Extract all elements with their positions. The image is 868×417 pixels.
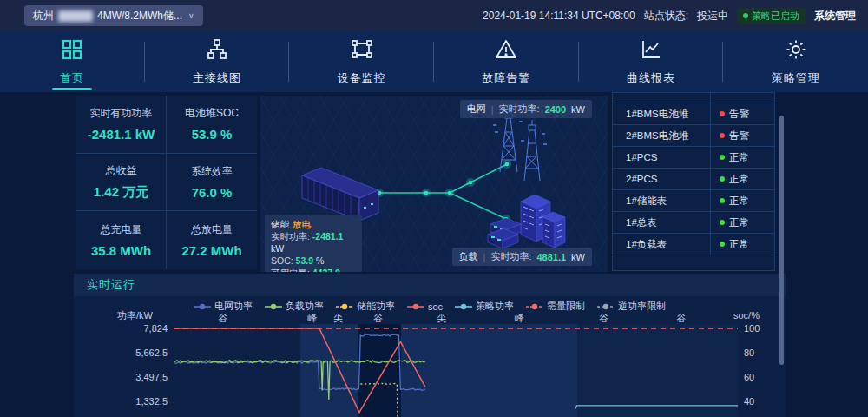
chevron-down-icon: ∨ [188,11,194,20]
legend-label: 负载功率 [286,300,324,313]
kpi-label: 实时有功功率 [90,106,153,121]
legend-marker-icon [194,302,211,311]
line-chart-icon [640,38,662,64]
kpi-value: 35.8 MWh [91,243,151,258]
load-buildings-graphic [488,195,565,248]
status-text: 告警 [729,108,749,121]
legend-item[interactable]: 负载功率 [265,300,324,313]
left-axis-tick: 7,824 [143,323,168,334]
device-status: 告警 [711,125,774,146]
tou-period-label: 谷 [218,313,227,323]
grid-icon [61,38,83,64]
nav-item-wiring-diagram[interactable]: 主接线图 [145,31,290,92]
device-status: 告警 [711,103,774,124]
legend-marker-icon [526,302,543,311]
kpi-label: 总收益 [106,163,137,178]
nav-item-home[interactable]: 首页 [0,31,145,92]
status-text: 正常 [729,216,749,229]
kpi-value: 76.0 % [192,185,233,200]
legend-marker-icon [597,302,615,311]
device-name: 2#PCS [613,169,711,189]
storage-info-box: 储能放电 实时功率: -2481.1 kW SOC: 53.9 % 可用电量: … [265,215,362,272]
legend-label: 逆功率限制 [618,300,666,313]
status-dot-icon [720,198,725,203]
right-axis-tick: 100 [744,323,760,334]
device-row[interactable]: 1#储能表正常 [613,190,774,212]
tou-period-label: 尖 [333,313,343,323]
legend-marker-icon [265,302,282,311]
nav-item-fault-alarm[interactable]: 故障告警 [434,31,579,92]
station-city: 杭州 [33,9,54,23]
storage-container-graphic [302,168,378,221]
kpi-cell: 总放电量27.2 MWh [167,211,257,269]
device-row[interactable]: 1#PCS正常 [613,147,774,169]
status-dot-icon [720,176,725,182]
load-power-badge: 负载| 实时功率: 4881.1 kW [452,248,592,266]
device-row[interactable]: 1#总表正常 [613,212,774,234]
tou-period-label: 谷 [599,313,608,323]
legend-item[interactable]: 储能功率 [336,300,395,313]
content-area: 实时有功功率-2481.1 kW电池堆SOC53.9 %总收益1.42 万元系统… [0,92,868,417]
status-text: 正常 [729,238,749,251]
status-dot-icon [720,133,725,138]
nav-item-label: 策略管理 [772,70,820,86]
kpi-cell: 总收益1.42 万元 [76,154,167,212]
tou-period-label: 谷 [373,313,383,323]
device-row[interactable]: 1#负载表正常 [613,234,774,255]
right-axis-tick: 80 [744,348,754,358]
flow-node-dots [375,160,511,223]
main-nav: 首页主接线图设备监控故障告警曲线报表策略管理 [0,31,868,92]
status-text: 正常 [729,195,749,208]
kpi-value: 1.42 万元 [94,184,148,201]
legend-label: 电网功率 [214,300,253,313]
redacted-station-name [58,10,93,22]
kpi-label: 电池堆SOC [185,106,239,121]
left-axis-tick: 5,662.5 [135,348,168,358]
legend-item[interactable]: 逆功率限制 [597,300,666,313]
device-row[interactable]: 2#BMS电池堆告警 [613,125,774,147]
kpi-cell: 电池堆SOC53.9 % [167,96,257,154]
realtime-line-chart: 功率/kWsoc/%7,8245,662.53,497.51,332.51008… [74,274,786,417]
device-status: 正常 [711,169,774,189]
nav-item-label: 设备监控 [338,70,386,86]
left-axis-tick: 1,332.5 [135,396,168,407]
right-axis-tick: 60 [744,372,754,382]
nav-item-label: 首页 [60,70,84,86]
monitor-frame-icon [351,38,373,64]
station-selector[interactable]: 杭州 4MW/8.2MWh储... ∨ [24,5,203,26]
page-scrollbar-thumb[interactable] [779,116,784,365]
legend-item[interactable]: soc [407,300,443,313]
warning-triangle-icon [495,38,517,64]
kpi-value: -2481.1 kW [88,127,155,142]
legend-item[interactable]: 需量限制 [526,300,585,313]
legend-item[interactable]: 策略功率 [455,300,514,313]
tou-period-label: 尖 [437,313,446,323]
kpi-value: 53.9 % [192,127,233,142]
status-dot-icon [720,220,725,225]
tou-period-label: 峰 [307,313,317,323]
strategy-status-badge: 策略已启动 [737,8,806,24]
legend-marker-icon [336,302,353,311]
device-status-table: 1#BMS电池堆告警2#BMS电池堆告警1#PCS正常2#PCS正常1#储能表正… [612,92,775,271]
nav-item-label: 曲线报表 [627,70,675,86]
status-text: 正常 [729,173,749,186]
legend-label: 策略功率 [476,300,514,313]
legend-item[interactable]: 电网功率 [194,300,253,313]
nav-item-curve-report[interactable]: 曲线报表 [579,31,724,92]
nav-item-device-monitor[interactable]: 设备监控 [289,31,434,92]
legend-label: 需量限制 [547,300,585,313]
device-row[interactable]: 2#PCS正常 [613,169,774,190]
table-clipped-row [613,93,774,103]
nav-item-strategy-mgmt[interactable]: 策略管理 [723,31,868,92]
org-chart-icon [206,38,228,64]
tou-period-band [401,324,577,417]
right-axis-tick: 40 [744,396,754,407]
kpi-cell: 总充电量35.8 MWh [76,211,167,269]
tou-period-label: 峰 [515,313,524,323]
device-status: 正常 [711,212,774,233]
active-tab-underline [52,88,92,90]
system-admin-link[interactable]: 系统管理 [814,9,856,23]
device-name: 2#BMS电池堆 [613,125,711,146]
device-status: 正常 [711,234,774,255]
device-row[interactable]: 1#BMS电池堆告警 [613,103,774,125]
